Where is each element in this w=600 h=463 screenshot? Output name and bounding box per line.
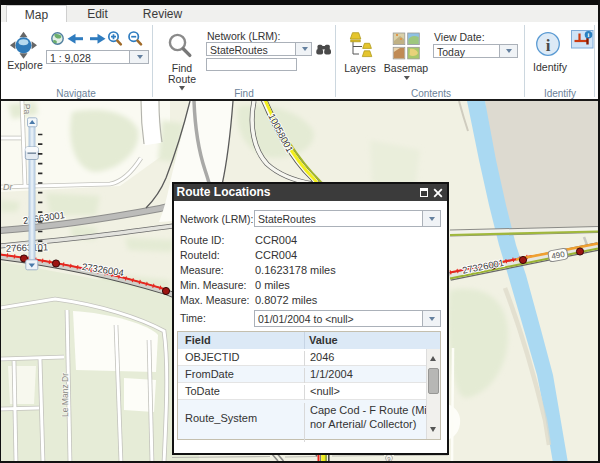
svg-text:27663101: 27663101 (6, 241, 49, 253)
svg-text:Dr: Dr (3, 182, 13, 192)
svg-text:i: i (546, 36, 551, 55)
svg-text:Le Manz Dr: Le Manz Dr (60, 373, 70, 417)
svg-text:i: i (588, 31, 590, 38)
svg-text:Pa: Pa (22, 104, 32, 115)
